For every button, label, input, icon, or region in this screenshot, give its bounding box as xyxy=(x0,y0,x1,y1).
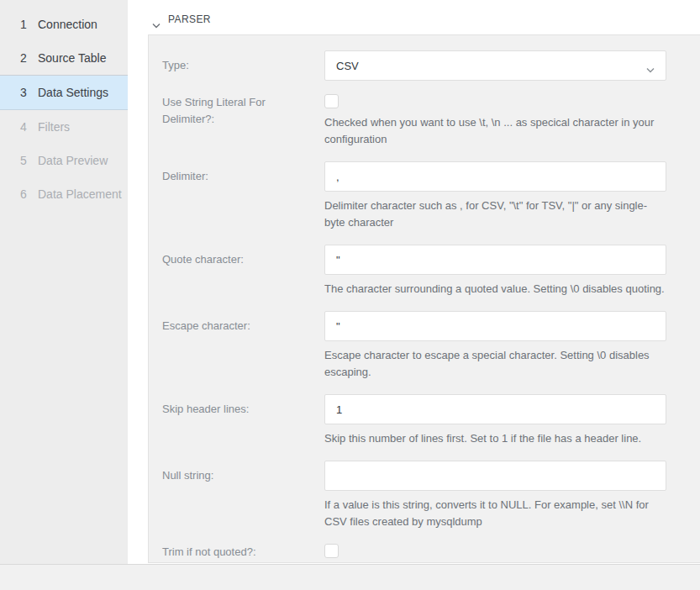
step-number: 1 xyxy=(20,18,38,31)
step-number: 5 xyxy=(20,154,38,167)
step-number: 3 xyxy=(20,86,38,99)
escape-character-input[interactable] xyxy=(324,311,666,341)
skip-header-lines-control: Skip this number of lines first. Set to … xyxy=(324,394,666,447)
type-control: CSV xyxy=(324,50,666,81)
sidebar-item-data-preview: 5Data Preview xyxy=(0,144,128,177)
skip-header-lines-row: Skip header lines:Skip this number of li… xyxy=(162,394,666,447)
trim-if-not-quoted-checkbox[interactable] xyxy=(324,544,339,558)
null-string-help-text: If a value is this string, converts it t… xyxy=(324,497,666,530)
type-select[interactable]: CSV xyxy=(324,50,666,81)
null-string-input[interactable] xyxy=(324,461,666,491)
delimiter-input[interactable] xyxy=(324,161,666,192)
skip-header-lines-input[interactable] xyxy=(324,394,666,424)
skip-header-lines-help-text: Skip this number of lines first. Set to … xyxy=(324,430,666,447)
null-string-label: Null string: xyxy=(162,461,324,530)
step-number: 4 xyxy=(20,120,38,134)
use-string-literal-label: Use String Literal For Delimiter?: xyxy=(162,94,324,148)
skip-header-lines-label: Skip header lines: xyxy=(162,394,324,447)
step-label: Data Settings xyxy=(38,86,108,99)
sidebar-item-data-placement: 6Data Placement xyxy=(0,177,128,211)
step-label: Data Placement xyxy=(38,187,122,201)
step-label: Connection xyxy=(38,18,97,31)
quote-character-control: The character surrounding a quoted value… xyxy=(324,245,666,298)
escape-character-label: Escape character: xyxy=(162,311,324,381)
use-string-literal-control: Checked when you want to use \t, \n ... … xyxy=(324,94,666,148)
delimiter-label: Delimiter: xyxy=(162,161,324,231)
use-string-literal-help-text: Checked when you want to use \t, \n ... … xyxy=(324,114,666,148)
parser-section-title: PARSER xyxy=(168,13,211,25)
main-content: PARSER Type:CSVUse String Literal For De… xyxy=(128,0,700,564)
escape-character-row: Escape character:Escape character to esc… xyxy=(162,311,666,381)
trim-if-not-quoted-control: Remove spaces of a value if the value is… xyxy=(324,544,666,563)
step-label: Filters xyxy=(38,120,70,134)
step-number: 2 xyxy=(20,51,38,65)
sidebar-item-connection[interactable]: 1Connection xyxy=(0,8,128,41)
null-string-control: If a value is this string, converts it t… xyxy=(324,461,666,530)
step-number: 6 xyxy=(20,187,38,201)
parser-section-header[interactable]: PARSER xyxy=(152,13,700,25)
import-wizard-window: 1Connection2Source Table3Data Settings4F… xyxy=(0,0,700,590)
null-string-row: Null string:If a value is this string, c… xyxy=(162,461,666,530)
footer-bar xyxy=(0,564,700,590)
type-label: Type: xyxy=(162,50,324,81)
escape-character-control: Escape character to escape a special cha… xyxy=(324,311,666,381)
delimiter-row: Delimiter:Delimiter character such as , … xyxy=(162,161,666,231)
sidebar-item-data-settings[interactable]: 3Data Settings xyxy=(0,75,128,110)
trim-if-not-quoted-row: Trim if not quoted?:Remove spaces of a v… xyxy=(162,544,666,563)
wizard-steps-sidebar: 1Connection2Source Table3Data Settings4F… xyxy=(0,0,128,564)
escape-character-help-text: Escape character to escape a special cha… xyxy=(324,347,666,381)
use-string-literal-row: Use String Literal For Delimiter?:Checke… xyxy=(162,94,666,148)
use-string-literal-checkbox[interactable] xyxy=(324,94,339,108)
chevron-down-icon xyxy=(646,63,655,69)
chevron-down-icon xyxy=(152,17,161,23)
parser-form-panel: Type:CSVUse String Literal For Delimiter… xyxy=(148,34,700,563)
delimiter-help-text: Delimiter character such as , for CSV, "… xyxy=(324,198,666,231)
sidebar-item-filters: 4Filters xyxy=(0,110,128,144)
type-selected-value: CSV xyxy=(336,60,359,72)
quote-character-row: Quote character:The character surroundin… xyxy=(162,245,666,298)
trim-if-not-quoted-label: Trim if not quoted?: xyxy=(162,544,324,563)
step-label: Source Table xyxy=(38,51,106,65)
quote-character-input[interactable] xyxy=(324,245,666,275)
quote-character-help-text: The character surrounding a quoted value… xyxy=(324,281,666,298)
delimiter-control: Delimiter character such as , for CSV, "… xyxy=(324,161,666,231)
sidebar-item-source-table[interactable]: 2Source Table xyxy=(0,41,128,75)
type-row: Type:CSV xyxy=(162,50,666,81)
step-label: Data Preview xyxy=(38,154,108,167)
quote-character-label: Quote character: xyxy=(162,245,324,298)
